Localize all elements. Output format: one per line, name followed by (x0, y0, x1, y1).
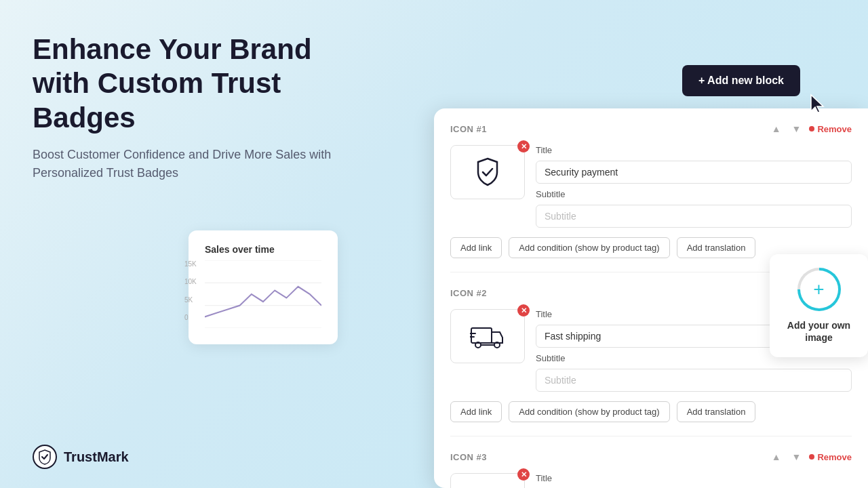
icon-block-1: ICON #1 ▲ ▼ Remove ✕ (450, 122, 852, 272)
icon-block-3-row: ✕ Title Subtitle (450, 473, 852, 488)
add-image-plus-icon: + (813, 280, 824, 299)
icon-block-1-x-btn[interactable]: ✕ (517, 140, 530, 152)
icon-block-1-title-label: Title (536, 145, 852, 155)
icon-block-3: ICON #3 ▲ ▼ Remove ✕ (450, 450, 852, 488)
sales-chart-svg (205, 260, 321, 328)
subtitle-text: Boost Customer Confidence and Drive More… (33, 146, 344, 182)
icon-block-2-x-btn[interactable]: ✕ (517, 304, 530, 317)
add-block-button[interactable]: + Add new block (682, 65, 800, 96)
chart-label-0: 0 (184, 314, 197, 321)
icon-block-2-subtitle-input[interactable] (536, 369, 852, 392)
sales-chart-area: 15K 10K 5K 0 (205, 260, 321, 331)
icon-block-3-remove-btn[interactable]: Remove (809, 452, 852, 462)
icon-block-2-action-buttons: Add link Add condition (show by product … (450, 401, 852, 422)
sales-chart-title: Sales over time (205, 244, 321, 255)
icon-block-1-down-btn[interactable]: ▼ (789, 122, 804, 136)
add-image-circle: + (797, 268, 841, 311)
icon-block-1-actions: ▲ ▼ Remove (769, 122, 852, 136)
truck-icon (470, 323, 505, 350)
icon-block-1-add-link-btn[interactable]: Add link (450, 237, 502, 258)
icon-block-1-subtitle-label: Subtitle (536, 189, 852, 199)
sales-chart-widget: Sales over time 15K 10K 5K 0 (189, 230, 338, 344)
icon-block-2-add-condition-btn[interactable]: Add condition (show by product tag) (509, 401, 669, 422)
icon-block-1-up-btn[interactable]: ▲ (769, 122, 784, 136)
icon-block-2-add-link-btn[interactable]: Add link (450, 401, 502, 422)
icon-block-1-add-condition-btn[interactable]: Add condition (show by product tag) (509, 237, 669, 258)
icon-block-1-title-input[interactable] (536, 161, 852, 184)
remove-dot-icon (809, 126, 814, 131)
icon-block-2-add-translation-btn[interactable]: Add translation (677, 401, 756, 422)
icon-block-1-add-translation-btn[interactable]: Add translation (677, 237, 756, 258)
icon-block-1-subtitle-input[interactable] (536, 205, 852, 228)
icon-block-2-preview: ✕ (450, 309, 525, 363)
icon-block-1-row: ✕ Title Subtitle (450, 145, 852, 228)
icon-block-3-down-btn[interactable]: ▼ (789, 450, 804, 464)
icon-block-3-fields: Title Subtitle (536, 473, 852, 488)
main-title: Enhance Your Brand with Custom Trust Bad… (33, 33, 344, 135)
icon-block-3-preview: ✕ (450, 473, 525, 488)
icon-block-3-up-btn[interactable]: ▲ (769, 450, 784, 464)
trustmark-logo: TrustMark (33, 445, 129, 469)
icon-block-3-actions: ▲ ▼ Remove (769, 450, 852, 464)
icon-block-1-label: ICON #1 (450, 124, 487, 134)
icon-block-3-x-btn[interactable]: ✕ (517, 468, 530, 481)
icon-block-1-remove-btn[interactable]: Remove (809, 124, 852, 134)
chart-label-15k: 15K (184, 260, 197, 268)
icon-block-3-label: ICON #3 (450, 452, 487, 462)
add-image-card[interactable]: + Add your own image (770, 254, 868, 357)
icon-block-3-header: ICON #3 ▲ ▼ Remove (450, 450, 852, 464)
shield-check-icon (471, 156, 504, 188)
trustmark-logo-icon (33, 445, 57, 469)
left-panel: Enhance Your Brand with Custom Trust Bad… (33, 33, 344, 209)
trustmark-name: TrustMark (64, 449, 129, 465)
icon-block-1-header: ICON #1 ▲ ▼ Remove (450, 122, 852, 136)
add-image-text: Add your own image (781, 319, 857, 344)
chart-label-5k: 5K (184, 296, 197, 304)
svg-point-4 (33, 445, 56, 468)
remove-dot-icon-3 (809, 454, 814, 460)
icon-block-1-fields: Title Subtitle (536, 145, 852, 228)
chart-label-10k: 10K (184, 278, 197, 285)
icon-block-2-label: ICON #2 (450, 288, 487, 298)
icon-block-1-preview: ✕ (450, 145, 525, 199)
svg-rect-5 (471, 328, 492, 343)
icon-block-3-title-label: Title (536, 473, 852, 483)
